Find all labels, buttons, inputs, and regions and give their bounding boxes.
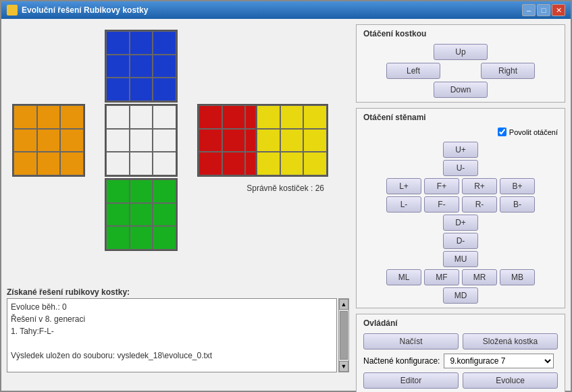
- mf-button[interactable]: MF: [424, 269, 459, 285]
- cell: [130, 129, 153, 152]
- rotation-middle-row: Left Right: [386, 63, 535, 79]
- cell: [280, 129, 304, 152]
- cell: [153, 78, 176, 101]
- up-button[interactable]: Up: [434, 44, 488, 60]
- cell: [257, 152, 280, 175]
- log-scrollbar: ▲ ▼: [338, 298, 349, 372]
- config-select[interactable]: 1.konfigurace 12.konfigurace 23.konfigur…: [444, 354, 554, 368]
- cell: [37, 105, 61, 129]
- cell: [280, 152, 304, 175]
- main-content: Správně kostiček : 26 Získané řešení rub…: [1, 19, 571, 392]
- ml-button[interactable]: ML: [386, 269, 421, 285]
- cell: [303, 152, 327, 175]
- titlebar-left: Evoluční řešení Rubikovy kostky: [7, 5, 148, 16]
- u-minus-button[interactable]: U-: [443, 160, 478, 176]
- rotation-top-row: Up: [434, 44, 488, 60]
- complex-button[interactable]: Složená kostka: [463, 333, 558, 349]
- wall-row-u-minus: U-: [443, 160, 478, 176]
- l-minus-button[interactable]: L-: [386, 196, 421, 213]
- cell: [222, 152, 246, 175]
- cube-display: Správně kostiček : 26: [7, 24, 338, 281]
- log-wrapper: Evoluce běh.: 0 Řešení v 8. generaci 1. …: [7, 298, 349, 372]
- mu-button[interactable]: MU: [443, 251, 478, 267]
- main-window: Evoluční řešení Rubikovy kostky – □ ✕: [0, 0, 572, 392]
- enable-rotation-text: Povolit otáčení: [509, 128, 558, 136]
- face-bottom: [105, 178, 178, 251]
- rotation-walls-section: Otáčení stěnami Povolit otáčení U+ U: [356, 108, 565, 308]
- controls-title: Ovládání: [363, 318, 558, 328]
- face-back: [255, 104, 328, 177]
- mr-button[interactable]: MR: [462, 269, 497, 285]
- controls-section: Ovládání Načíst Složená kostka Načtené k…: [356, 314, 565, 392]
- cell: [303, 129, 327, 152]
- wall-section-inner: Povolit otáčení U+ U- L+ F+ R+: [363, 128, 558, 304]
- minimize-button[interactable]: –: [522, 4, 536, 16]
- l-plus-button[interactable]: L+: [386, 178, 421, 194]
- wall-row-d-plus: D+: [443, 215, 478, 231]
- controls-grid: Načíst Složená kostka Načtené konfigurac…: [363, 333, 558, 389]
- wall-row-lfrb-plus: L+ F+ R+ B+: [386, 178, 535, 194]
- r-minus-button[interactable]: R-: [462, 196, 497, 213]
- log-section: Získané řešení rubikovy kostky: Evoluce …: [7, 287, 349, 372]
- cell: [153, 226, 176, 250]
- r-plus-button[interactable]: R+: [462, 178, 497, 194]
- right-button[interactable]: Right: [481, 63, 535, 79]
- b-minus-button[interactable]: B-: [500, 196, 535, 213]
- d-plus-button[interactable]: D+: [443, 215, 478, 231]
- cell: [257, 129, 280, 152]
- wall-row-lfrb-minus: L- F- R- B-: [386, 196, 535, 213]
- cell: [130, 203, 153, 227]
- titlebar: Evoluční řešení Rubikovy kostky – □ ✕: [1, 1, 571, 19]
- app-icon: [7, 5, 18, 16]
- log-line-5: Výsledek uložen do souboru: vysledek_18\…: [11, 349, 333, 362]
- cell: [153, 55, 176, 78]
- correct-count-label: Správně kostiček : 26: [246, 184, 324, 193]
- cell: [106, 31, 130, 55]
- wall-row-u: U+: [443, 142, 478, 158]
- cell: [153, 179, 176, 203]
- scrollbar-down-button[interactable]: ▼: [339, 361, 348, 372]
- cell: [106, 226, 130, 250]
- enable-rotation-checkbox[interactable]: [498, 128, 506, 136]
- u-plus-button[interactable]: U+: [443, 142, 478, 158]
- cell: [130, 179, 153, 203]
- cell: [37, 152, 61, 175]
- cell: [199, 152, 222, 175]
- wall-row-d-minus: D-: [443, 233, 478, 249]
- config-row: Načtené konfigurace: 1.konfigurace 12.ko…: [363, 354, 558, 368]
- maximize-button[interactable]: □: [537, 4, 550, 16]
- log-line-4: [11, 337, 333, 349]
- cell: [199, 105, 222, 129]
- load-button[interactable]: Načíst: [363, 333, 459, 349]
- cell: [60, 152, 84, 175]
- cell: [60, 129, 84, 152]
- d-minus-button[interactable]: D-: [443, 233, 478, 249]
- close-button[interactable]: ✕: [552, 4, 565, 16]
- f-minus-button[interactable]: F-: [424, 196, 459, 213]
- log-title: Získané řešení rubikovy kostky:: [7, 287, 349, 297]
- log-line-1: Evoluce běh.: 0: [11, 301, 333, 313]
- scrollbar-thumb[interactable]: [340, 311, 348, 360]
- log-line-2: Řešení v 8. generaci: [11, 313, 333, 325]
- mb-button[interactable]: MB: [500, 269, 535, 285]
- rotation-bottom-row: Down: [434, 82, 488, 98]
- editor-button[interactable]: Editor: [363, 372, 459, 389]
- rotation-cube-buttons: Up Left Right Down: [363, 44, 558, 98]
- wall-row-md: MD: [443, 287, 478, 304]
- wall-buttons-layout: U+ U- L+ F+ R+ B+ L- F-: [363, 142, 558, 304]
- log-line-3: 1. Tahy:F-L-: [11, 325, 333, 337]
- cell: [153, 105, 176, 129]
- left-button[interactable]: Left: [386, 63, 440, 79]
- down-button[interactable]: Down: [434, 82, 488, 98]
- window-title: Evoluční řešení Rubikovy kostky: [22, 5, 148, 15]
- md-button[interactable]: MD: [443, 287, 478, 304]
- correct-count: Správně kostiček : 26: [246, 184, 324, 193]
- cell: [153, 31, 176, 55]
- f-plus-button[interactable]: F+: [424, 178, 459, 194]
- scrollbar-up-button[interactable]: ▲: [339, 299, 348, 310]
- b-plus-button[interactable]: B+: [500, 178, 535, 194]
- cell: [106, 129, 130, 152]
- evolve-button[interactable]: Evoluce: [463, 372, 558, 389]
- cell: [106, 179, 130, 203]
- cell: [106, 78, 130, 101]
